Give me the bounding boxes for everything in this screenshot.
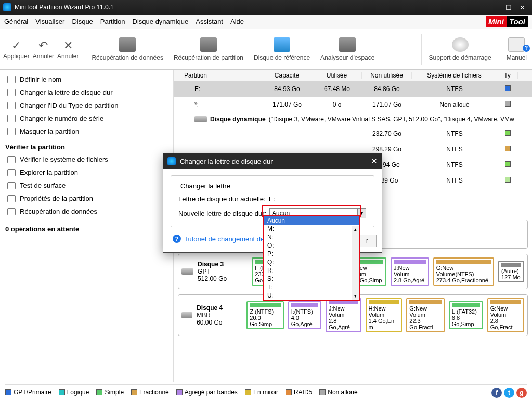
dialog-title: Changer la lettre de disque dur	[180, 158, 273, 165]
sidebar-item-2[interactable]: Changer l'ID du Type de partition	[5, 99, 168, 112]
letter-dropdown[interactable]: AucunM:N:O:P:Q:R:S:T:U: ▴ ▾	[263, 215, 360, 301]
help-badge-icon: ?	[523, 45, 530, 52]
social-icons: f t g	[491, 388, 527, 398]
dialog-close-button[interactable]: ✕	[371, 157, 378, 166]
dropdown-option[interactable]: S:	[264, 275, 359, 283]
volume-block[interactable]: (Autre)127 Mo	[498, 261, 524, 282]
table-row[interactable]: 232.70 GoNTFS	[174, 126, 532, 141]
menu-assistant[interactable]: Assistant	[196, 18, 223, 25]
dropdown-option[interactable]: M:	[264, 225, 359, 233]
app-icon	[3, 3, 11, 11]
menu-disque[interactable]: Disque	[72, 18, 93, 25]
scroll-down-button[interactable]: ▾	[352, 292, 359, 300]
legend-item: Non alloué	[319, 389, 357, 396]
data-recovery-icon	[119, 37, 136, 52]
sidebar-icon	[7, 182, 16, 189]
data-recovery-button[interactable]: Récupération de données	[86, 35, 168, 63]
volume-block[interactable]: J:New Volum2.8 Go,Agré	[391, 257, 429, 286]
sidebar-item-3[interactable]: Changer le numéro de série	[5, 112, 168, 125]
menu-partition[interactable]: Partition	[100, 18, 125, 25]
benchmark-button[interactable]: Disque de référence	[249, 35, 315, 63]
disc-icon	[452, 37, 469, 52]
partition-recovery-button[interactable]: Récupération de partition	[168, 35, 249, 63]
table-header: Partition Capacité Utilisée Non utilisée…	[174, 70, 532, 81]
volume-block[interactable]: J:New Volum2.8 Go,Agré	[326, 298, 361, 332]
current-letter-value: E:	[269, 195, 275, 203]
gplus-icon[interactable]: g	[516, 388, 527, 398]
col-unused[interactable]: Non utilisée	[362, 72, 412, 79]
sidebar-icon	[7, 156, 16, 163]
sidebar-icon	[7, 115, 16, 122]
close-button[interactable]: ✕	[515, 4, 529, 11]
twitter-icon[interactable]: t	[504, 388, 514, 398]
sidebar-icon	[7, 169, 16, 176]
dropdown-scrollbar[interactable]: ▴ ▾	[352, 226, 359, 300]
volume-block[interactable]: Z:(NTFS)20.0 Go,Simp	[246, 301, 283, 329]
undo-button[interactable]: ↶Annuler	[33, 39, 54, 60]
app-title: MiniTool Partition Wizard Pro 11.0.1	[15, 4, 114, 11]
table-row[interactable]: *:171.07 Go0 o 171.07 GoNon alloué	[174, 97, 532, 112]
sidebar-item2-0[interactable]: Vérifier le système de fichiers	[5, 153, 168, 166]
apply-button[interactable]: ✓Appliquer	[3, 39, 30, 60]
sidebar-item2-2[interactable]: Test de surface	[5, 179, 168, 192]
dropdown-option[interactable]: U:	[264, 291, 359, 300]
disk-card[interactable]: Disque 4MBR60.00 GoZ:(NTFS)20.0 Go,SimpI…	[178, 294, 528, 336]
dropdown-option[interactable]: R:	[264, 266, 359, 275]
dropdown-option[interactable]: N:	[264, 233, 359, 241]
space-analyzer-button[interactable]: Analyseur d'espace	[315, 35, 380, 63]
legend: GPT/PrimaireLogiqueSimpleFractionnéAgrég…	[5, 384, 527, 397]
dialog-r-button[interactable]: r	[358, 235, 377, 247]
col-partition[interactable]: Partition	[174, 72, 262, 79]
brand-logo: MiniTool	[486, 16, 528, 27]
sidebar-item2-1[interactable]: Explorer la partition	[5, 166, 168, 179]
col-type[interactable]: Ty	[497, 72, 518, 79]
sidebar-item2-3[interactable]: Propriétés de la partition	[5, 192, 168, 205]
dropdown-option[interactable]: Q:	[264, 258, 359, 266]
legend-item: GPT/Primaire	[5, 389, 51, 396]
dropdown-option[interactable]: O:	[264, 241, 359, 250]
col-fs[interactable]: Système de fichiers	[412, 72, 497, 79]
volume-block[interactable]: G:New Volum22.3 Go,Fracti	[406, 298, 444, 332]
menu-bar: Général Visualiser Disque Partition Disq…	[0, 15, 532, 29]
table-row[interactable]: E:84.93 Go67.48 Mo 84.86 GoNTFS	[174, 81, 532, 97]
volume-block[interactable]: L:(FAT32)6.8 Go,Simp	[449, 301, 483, 329]
legend-item: En miroir	[245, 389, 278, 396]
minimize-button[interactable]: —	[488, 4, 502, 11]
scroll-up-button[interactable]: ▴	[352, 226, 359, 233]
sidebar-item-4[interactable]: Masquer la partition	[5, 125, 168, 138]
facebook-icon[interactable]: f	[491, 388, 502, 398]
sidebar-item-1[interactable]: Changer la lettre de disque dur	[5, 86, 168, 99]
menu-visualiser[interactable]: Visualiser	[35, 18, 64, 25]
volume-block[interactable]: G:New Volum2.8 Go,Fract	[487, 298, 524, 332]
dynamic-disk-header: Disque dynamique("Disque 3, VMware, VMwa…	[174, 112, 532, 126]
sidebar-section-verify: Vérifier la partition	[5, 138, 168, 153]
manual-button[interactable]: ?Manuel	[501, 35, 532, 63]
menu-dynamic[interactable]: Disque dynamique	[133, 18, 189, 25]
sidebar: Définir le nomChanger la lettre de disqu…	[0, 70, 174, 382]
maximize-button[interactable]: ☐	[502, 4, 515, 11]
legend-item: Simple	[96, 389, 124, 396]
bootable-button[interactable]: Support de démarrage	[424, 35, 497, 63]
dropdown-option[interactable]: T:	[264, 283, 359, 291]
menu-aide[interactable]: Aide	[230, 18, 244, 25]
col-capacity[interactable]: Capacité	[262, 72, 312, 79]
disk-icon	[181, 312, 192, 318]
cancel-button[interactable]: ✕Annuler	[57, 39, 79, 60]
sidebar-item2-4[interactable]: Récupération de données	[5, 205, 168, 218]
volume-block[interactable]: I:(NTFS)4.0 Go,Agré	[288, 301, 321, 329]
volume-block[interactable]: G:New Volume(NTFS)273.4 Go,Fractionné	[433, 257, 494, 286]
sidebar-icon	[7, 195, 16, 202]
dropdown-option[interactable]: Aucun	[264, 216, 359, 225]
volume-block[interactable]: H:New Volum1.4 Go,En m	[366, 298, 403, 332]
dialog-icon	[167, 157, 176, 165]
space-analyzer-icon	[339, 37, 356, 52]
pending-operations: 0 opérations en attente	[5, 218, 168, 233]
question-icon: ?	[173, 235, 181, 243]
sidebar-item-0[interactable]: Définir le nom	[5, 73, 168, 86]
menu-general[interactable]: Général	[4, 18, 28, 25]
legend-item: Logique	[59, 389, 89, 396]
dropdown-option[interactable]: P:	[264, 250, 359, 258]
sidebar-icon	[7, 128, 16, 135]
new-letter-label: Nouvelle lettre de disque dur:	[178, 210, 266, 217]
col-used[interactable]: Utilisée	[312, 72, 362, 79]
